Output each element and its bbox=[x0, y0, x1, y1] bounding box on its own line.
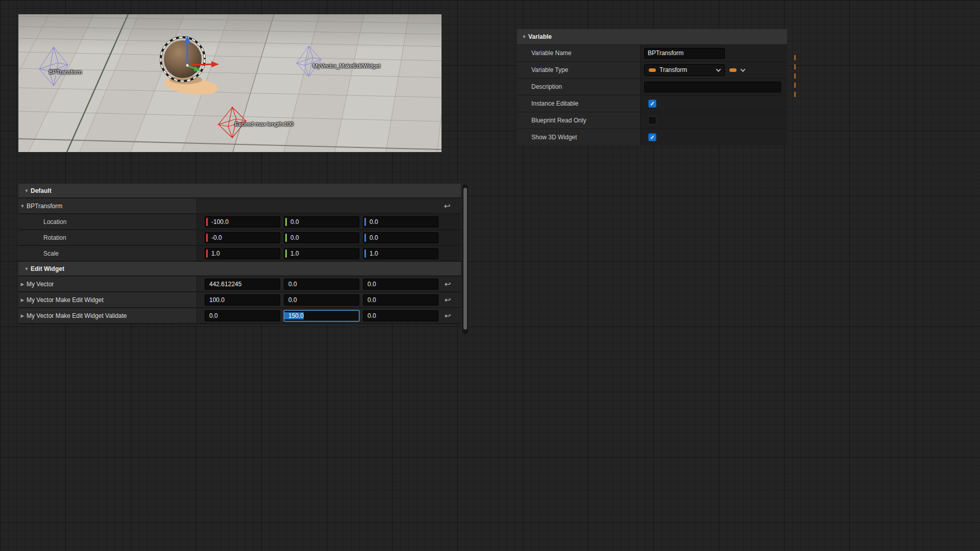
my-vector-label: My Vector bbox=[27, 281, 54, 288]
variable-type-dropdown[interactable]: Transform bbox=[644, 64, 725, 76]
y-axis-strip-icon bbox=[285, 218, 287, 226]
location-z-field[interactable]: 0.0 bbox=[363, 216, 438, 228]
rotation-y-field[interactable]: 0.0 bbox=[284, 232, 359, 243]
description-row: Description bbox=[517, 78, 787, 95]
rotation-z-field[interactable]: 0.0 bbox=[363, 232, 438, 243]
scale-z-field[interactable]: 1.0 bbox=[363, 248, 438, 259]
blueprint-read-only-row: Blueprint Read Only ✓ bbox=[517, 112, 787, 129]
instance-editable-checkbox[interactable]: ✓ bbox=[648, 99, 656, 108]
bptransform-row-label: BPTransform bbox=[27, 203, 62, 210]
mvmewv-z-field[interactable]: 0.0 bbox=[363, 310, 438, 321]
x-axis-strip-icon bbox=[206, 249, 208, 258]
mvmew-y-field[interactable]: 0.0 bbox=[284, 294, 359, 306]
description-label: Description bbox=[517, 79, 640, 95]
exceed-max-length-warning: Exceed max length:100 bbox=[235, 121, 293, 127]
z-axis-strip-icon bbox=[364, 218, 366, 226]
location-row: Location -100.0 0.0 0.0 bbox=[18, 214, 461, 230]
show-3d-widget-label: Show 3D Widget bbox=[517, 129, 640, 145]
revert-to-default-button[interactable]: ↩ bbox=[442, 295, 453, 305]
scale-label: Scale bbox=[43, 250, 59, 257]
container-type-selector[interactable] bbox=[729, 68, 745, 72]
instance-editable-row: Instance Editable ✓ bbox=[517, 95, 787, 112]
container-type-pill-icon bbox=[729, 68, 737, 72]
my-vector-row[interactable]: ▶ My Vector 442.612245 0.0 0.0 ↩ bbox=[18, 277, 461, 292]
show-3d-widget-checkbox[interactable]: ✓ bbox=[648, 133, 656, 141]
variable-section-title: Variable bbox=[528, 33, 552, 40]
my-vector-make-edit-widget-row[interactable]: ▶ My Vector Make Edit Widget 100.0 0.0 0… bbox=[18, 292, 461, 308]
details-scrollbar[interactable] bbox=[462, 185, 468, 334]
z-axis-strip-icon bbox=[364, 234, 366, 242]
x-axis-strip-icon bbox=[206, 234, 208, 242]
variable-type-value: Transform bbox=[659, 66, 713, 73]
edit-widget-category-header[interactable]: ▼ Edit Widget bbox=[18, 262, 461, 277]
revert-to-default-button[interactable]: ↩ bbox=[442, 280, 453, 289]
my-vector-make-edit-widget-validate-label: My Vector Make Edit Widget Validate bbox=[27, 312, 127, 319]
my-vector-make-edit-widget-validate-row[interactable]: ▶ My Vector Make Edit Widget Validate 0.… bbox=[18, 308, 461, 324]
blueprint-read-only-label: Blueprint Read Only bbox=[517, 112, 640, 129]
chevron-down-icon bbox=[716, 67, 721, 72]
collapse-arrow-icon: ▼ bbox=[22, 266, 31, 271]
scale-row: Scale 1.0 1.0 1.0 bbox=[18, 246, 461, 262]
defaults-details-panel: ▼ Default ▼ BPTransform ↩ Location -100.… bbox=[18, 184, 461, 324]
actor-label-bptransform: BPTransform bbox=[49, 69, 82, 75]
variable-section-header[interactable]: ▼ Variable bbox=[517, 29, 787, 44]
variable-type-label: Variable Type bbox=[517, 62, 640, 78]
mvmew-x-field[interactable]: 100.0 bbox=[205, 294, 280, 306]
transform-type-pill-icon bbox=[649, 68, 656, 72]
chevron-down-icon bbox=[741, 67, 746, 72]
expander-icon[interactable]: ▶ bbox=[18, 313, 27, 318]
bptransform-row[interactable]: ▼ BPTransform ↩ bbox=[18, 198, 461, 214]
viewport-scene bbox=[18, 14, 442, 152]
default-category-title: Default bbox=[31, 187, 52, 194]
my-vector-z-field[interactable]: 0.0 bbox=[363, 279, 438, 290]
collapse-arrow-icon: ▼ bbox=[520, 34, 528, 39]
variable-type-row: Variable Type Transform bbox=[517, 61, 787, 78]
scale-y-field[interactable]: 1.0 bbox=[284, 248, 359, 259]
scrollbar-thumb[interactable] bbox=[463, 188, 467, 330]
rotation-row: Rotation -0.0 0.0 0.0 bbox=[18, 230, 461, 246]
scale-x-field[interactable]: 1.0 bbox=[205, 248, 280, 259]
mvmewv-x-field[interactable]: 0.0 bbox=[205, 310, 280, 321]
blueprint-read-only-checkbox[interactable]: ✓ bbox=[648, 116, 656, 124]
revert-to-default-button[interactable]: ↩ bbox=[442, 202, 453, 211]
revert-to-default-button[interactable]: ↩ bbox=[442, 311, 453, 320]
blueprint-editor-canvas[interactable]: { "viewport": { "labels": [ { "text": "B… bbox=[0, 0, 980, 551]
z-axis-strip-icon bbox=[364, 249, 366, 258]
my-vector-x-field[interactable]: 442.612245 bbox=[205, 279, 280, 290]
offscreen-wire-fragment bbox=[794, 55, 796, 98]
my-vector-make-edit-widget-label: My Vector Make Edit Widget bbox=[27, 296, 104, 304]
expander-icon[interactable]: ▶ bbox=[18, 282, 27, 287]
variable-name-label: Variable Name bbox=[517, 45, 640, 61]
3d-preview-viewport[interactable]: BPTransform MyVector_MakeEditWidget Exce… bbox=[18, 14, 442, 152]
default-category-header[interactable]: ▼ Default bbox=[18, 184, 461, 198]
my-vector-y-field[interactable]: 0.0 bbox=[284, 279, 359, 290]
description-input[interactable] bbox=[644, 82, 781, 92]
variable-name-row: Variable Name bbox=[517, 44, 787, 61]
preview-sphere[interactable] bbox=[164, 40, 202, 78]
y-axis-strip-icon bbox=[285, 249, 287, 258]
expander-icon[interactable]: ▼ bbox=[18, 204, 27, 209]
edit-widget-category-title: Edit Widget bbox=[31, 265, 64, 272]
instance-editable-label: Instance Editable bbox=[517, 95, 640, 112]
x-axis-strip-icon bbox=[206, 218, 208, 226]
actor-label-myvector-makeeditwidget: MyVector_MakeEditWidget bbox=[313, 63, 380, 69]
variable-details-panel: ▼ Variable Variable Name Variable Type T… bbox=[517, 29, 787, 145]
rotation-x-field[interactable]: -0.0 bbox=[205, 232, 280, 243]
expander-icon[interactable]: ▶ bbox=[18, 297, 27, 303]
show-3d-widget-row: Show 3D Widget ✓ bbox=[517, 129, 787, 145]
rotation-label: Rotation bbox=[43, 234, 66, 241]
mvmew-z-field[interactable]: 0.0 bbox=[363, 294, 438, 306]
y-axis-strip-icon bbox=[285, 234, 287, 242]
collapse-arrow-icon: ▼ bbox=[22, 188, 31, 193]
location-label: Location bbox=[43, 218, 66, 226]
mvmewv-y-field-focused[interactable]: 150.0 bbox=[284, 310, 359, 321]
variable-name-input[interactable] bbox=[644, 48, 725, 59]
location-x-field[interactable]: -100.0 bbox=[205, 216, 280, 228]
location-y-field[interactable]: 0.0 bbox=[284, 216, 359, 228]
